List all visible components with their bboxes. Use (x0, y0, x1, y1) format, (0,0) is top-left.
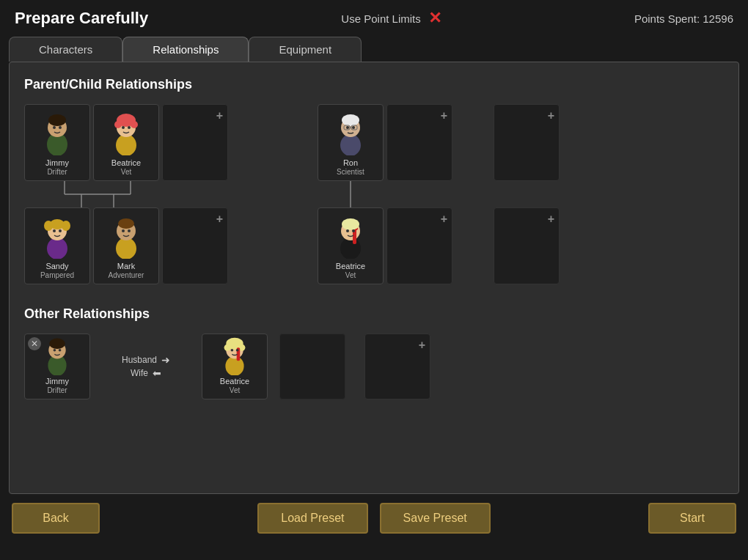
app-header: Prepare Carefully Use Point Limits ✕ Poi… (0, 0, 748, 37)
tab-equipment[interactable]: Equipment (249, 37, 362, 62)
rel-char-jimmy[interactable]: ✕ Jimmy Drifter (24, 334, 90, 399)
add-parent-3[interactable]: + (494, 104, 560, 181)
svg-point-49 (59, 349, 62, 352)
svg-point-42 (342, 218, 359, 230)
svg-point-38 (340, 237, 361, 259)
add-parent-1[interactable]: + (162, 104, 228, 181)
svg-point-3 (53, 126, 56, 129)
char-card-sandy[interactable]: Sandy Pampered (24, 207, 90, 284)
char-card-mark[interactable]: Mark Adventurer (93, 207, 159, 284)
husband-label: Husband (122, 355, 157, 365)
svg-point-56 (231, 349, 234, 352)
start-button[interactable]: Start (648, 503, 736, 534)
rel-char-beatrice[interactable]: Beatrice Vet (202, 334, 268, 399)
tab-characters[interactable]: Characters (9, 37, 122, 62)
add-child-3[interactable]: + (494, 207, 560, 284)
use-point-limits-label: Use Point Limits (341, 12, 420, 25)
add-child-2[interactable]: + (386, 207, 452, 284)
svg-point-8 (114, 121, 122, 128)
mark-name: Mark (117, 262, 135, 271)
bottom-bar: Back Load Preset Save Preset Start (0, 494, 748, 542)
svg-point-48 (54, 349, 56, 352)
char-card-ron[interactable]: Ron Scientist (318, 104, 384, 181)
svg-point-22 (53, 229, 56, 232)
ron-role: Scientist (337, 168, 364, 176)
family1-parents: Jimmy Drifter (24, 104, 228, 181)
svg-point-10 (122, 126, 125, 129)
rel-labels: Husband ➜ ⬅ Wife (102, 354, 190, 379)
svg-point-57 (236, 349, 239, 352)
add-child-1[interactable]: + (162, 207, 228, 284)
svg-point-53 (224, 345, 231, 351)
preset-buttons: Load Preset Save Preset (257, 503, 490, 534)
beatrice-child-avatar (331, 213, 370, 260)
empty-rel-slot (279, 334, 345, 399)
main-content-area: Parent/Child Relationships (9, 62, 739, 494)
sandy-role: Pampered (40, 271, 74, 279)
family1-children: Sandy Pampered (24, 207, 228, 284)
use-point-limits-toggle[interactable]: ✕ (428, 10, 441, 26)
remove-jimmy-rel[interactable]: ✕ (28, 337, 41, 350)
char-card-beatrice-child[interactable]: Beatrice Vet (318, 207, 384, 284)
tab-relationships[interactable]: Relationships (122, 37, 249, 62)
mark-role: Adventurer (109, 271, 144, 279)
svg-point-32 (346, 126, 349, 129)
svg-point-24 (116, 237, 136, 259)
jimmy-role: Drifter (47, 168, 67, 176)
svg-point-47 (49, 338, 65, 348)
svg-point-5 (116, 134, 136, 155)
svg-point-27 (122, 229, 125, 232)
load-preset-button[interactable]: Load Preset (257, 503, 367, 534)
svg-point-50 (225, 356, 243, 375)
family2-children: Beatrice Vet + (318, 207, 452, 284)
tab-bar: Characters Relationships Equipment (0, 37, 748, 62)
rel-jimmy-role: Drifter (47, 386, 67, 394)
ron-avatar (331, 110, 370, 157)
husband-label-row: Husband ➜ (122, 354, 170, 366)
family-group-2: Ron Scientist + (318, 104, 464, 284)
svg-point-28 (128, 229, 131, 232)
tree-connector-1 (24, 181, 237, 207)
mark-avatar (106, 213, 146, 260)
save-preset-button[interactable]: Save Preset (380, 503, 491, 534)
add-parent-2[interactable]: + (386, 104, 452, 181)
rel-beatrice-avatar (216, 336, 253, 375)
svg-point-21 (50, 219, 65, 229)
beatrice-parent-name: Beatrice (111, 158, 141, 168)
parent-child-section: Parent/Child Relationships (24, 77, 724, 284)
svg-point-17 (47, 237, 67, 259)
points-spent-display: Points Spent: 12596 (634, 12, 733, 25)
svg-point-4 (59, 126, 62, 129)
family-group-3: + + (494, 104, 560, 284)
svg-point-23 (59, 229, 62, 232)
other-relationships-title: Other Relationships (24, 306, 724, 322)
sandy-name: Sandy (45, 262, 68, 271)
other-relationships-section: Other Relationships ✕ Jimmy Drifter (24, 306, 724, 399)
svg-point-31 (342, 114, 359, 126)
beatrice-parent-role: Vet (121, 168, 131, 176)
char-card-jimmy-parent[interactable]: Jimmy Drifter (24, 104, 90, 181)
family3-children: + (494, 207, 560, 284)
beatrice-child-role: Vet (345, 271, 356, 279)
add-relationship-button[interactable]: + (364, 334, 430, 399)
family-group-1: Jimmy Drifter (24, 104, 237, 284)
svg-point-26 (118, 218, 134, 229)
back-button[interactable]: Back (12, 503, 100, 534)
svg-point-44 (352, 229, 355, 232)
svg-point-9 (131, 121, 138, 128)
wife-label-row: ⬅ Wife (131, 367, 161, 379)
svg-point-29 (340, 134, 361, 155)
left-arrow-icon: ⬅ (153, 367, 161, 379)
svg-point-43 (346, 229, 349, 232)
svg-point-2 (48, 114, 66, 126)
jimmy-name: Jimmy (45, 158, 69, 168)
point-limit-control: Use Point Limits ✕ (341, 10, 441, 26)
beatrice-child-name: Beatrice (336, 262, 365, 271)
family2-parents: Ron Scientist + (318, 104, 452, 181)
char-card-beatrice-parent[interactable]: Beatrice Vet (93, 104, 159, 181)
jimmy-avatar (37, 110, 77, 157)
wife-label: Wife (131, 368, 148, 378)
ron-name: Ron (343, 158, 358, 168)
sandy-avatar (37, 213, 77, 260)
svg-point-11 (128, 126, 131, 129)
